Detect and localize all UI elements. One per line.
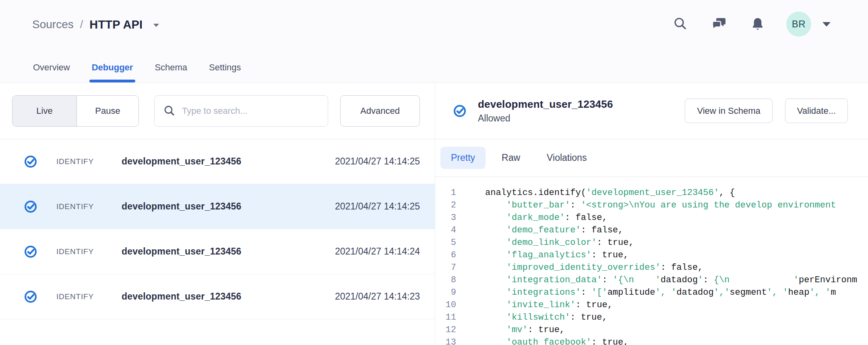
advanced-button[interactable]: Advanced (340, 95, 420, 127)
line-number: 11 (435, 311, 456, 324)
code-token: : true, (570, 312, 607, 322)
code-token: perEnvironm (799, 275, 857, 285)
code-text: 'butter_bar': '<strong>\nYou are using t… (485, 199, 836, 212)
bell-icon[interactable] (750, 16, 765, 32)
event-name: development_user_123456 (122, 246, 335, 257)
detail-tab-pretty[interactable]: Pretty (440, 147, 486, 169)
code-token: : (703, 275, 713, 285)
header-actions: BR (673, 10, 831, 38)
code-string-token: ',' (714, 288, 730, 298)
event-row[interactable]: IDENTIFY development_user_123456 2021/04… (0, 184, 435, 229)
tab-overview[interactable]: Overview (32, 53, 71, 82)
breadcrumb: Sources / HTTP API (32, 12, 159, 37)
code-token: m (831, 288, 836, 298)
code-token: , { (719, 188, 735, 198)
detail-tab-raw[interactable]: Raw (498, 147, 524, 169)
code-string-token: '[' (591, 288, 608, 298)
code-text: 'integration_data': '{\n 'datadog': {\n … (485, 274, 857, 286)
code-token: : true, (575, 300, 612, 310)
code-token (634, 275, 655, 285)
breadcrumb-current-source: HTTP API (89, 18, 143, 31)
pause-toggle-button[interactable]: Pause (77, 96, 138, 126)
code-token: : false, (661, 263, 703, 273)
search-box (154, 95, 328, 127)
code-token (485, 325, 506, 335)
tab-settings[interactable]: Settings (208, 53, 242, 82)
event-name: development_user_123456 (122, 201, 335, 212)
code-token: : true, (591, 337, 628, 345)
event-row[interactable]: IDENTIFY development_user_123456 2021/04… (0, 274, 435, 319)
source-tabs: OverviewDebuggerSchemaSettings (32, 53, 242, 82)
code-text: 'flag_analytics': true, (485, 249, 628, 261)
code-string-token: ' (698, 275, 703, 285)
code-string-token: 'invite_link' (506, 300, 576, 310)
code-token (485, 337, 506, 345)
search-input-icon (163, 105, 176, 117)
event-name: development_user_123456 (122, 291, 335, 302)
code-string-token: 'development_user_123456' (586, 188, 719, 198)
code-string-token: 'flag_analytics' (506, 250, 591, 260)
code-text: analytics.identify('development_user_123… (485, 187, 735, 199)
code-line: 5 'demo_link_color': true, (435, 236, 868, 249)
search-input[interactable] (182, 106, 328, 116)
search-icon[interactable] (673, 16, 688, 32)
app-header: Sources / HTTP API BR OverviewDebuggerSc… (0, 0, 868, 83)
code-string-token: ', ' (809, 288, 831, 298)
code-text: 'dark_mode': false, (485, 212, 608, 224)
validate-button[interactable]: Validate... (785, 99, 848, 123)
event-row[interactable]: IDENTIFY development_user_123456 2021/04… (0, 139, 435, 184)
code-string-token: 'oauth_facebook' (506, 337, 591, 345)
code-line: 7 'improved_identity_overrides': false, (435, 261, 868, 274)
line-number: 4 (435, 224, 456, 236)
code-string-token: 'butter_bar' (506, 200, 570, 210)
code-token: : (570, 200, 581, 210)
code-token: amplitude (608, 288, 655, 298)
avatar[interactable]: BR (786, 12, 811, 37)
event-timestamp: 2021/04/27 14:14:25 (335, 156, 420, 167)
code-line: 3 'dark_mode': false, (435, 212, 868, 224)
tab-label: Schema (155, 62, 187, 73)
code-string-token: ', ' (655, 288, 677, 298)
source-switcher-caret-icon[interactable] (153, 23, 159, 27)
tab-debugger[interactable]: Debugger (91, 53, 134, 82)
code-token: datadog (676, 288, 713, 298)
code-text: 'demo_link_color': true, (485, 236, 634, 249)
code-string-token: {\n (714, 275, 730, 285)
code-token (485, 250, 506, 260)
event-list: IDENTIFY development_user_123456 2021/04… (0, 139, 435, 319)
event-type: IDENTIFY (56, 157, 122, 166)
breadcrumb-sources-link[interactable]: Sources (32, 18, 74, 31)
detail-tab-violations[interactable]: Violations (543, 147, 591, 169)
list-controls: Live Pause Advanced (0, 83, 435, 139)
code-string-token: 'integration_data' (506, 275, 602, 285)
code-token (485, 200, 506, 210)
tab-label: Settings (209, 62, 241, 73)
detail-header: development_user_123456 Allowed View in … (435, 83, 868, 139)
tab-schema[interactable]: Schema (154, 53, 188, 82)
event-payload-code: 1 analytics.identify('development_user_1… (435, 177, 868, 345)
detail-view-tabs: PrettyRawViolations (435, 139, 868, 177)
line-number: 12 (435, 324, 456, 336)
event-timestamp: 2021/04/27 14:14:25 (335, 201, 420, 212)
chat-icon[interactable] (711, 16, 727, 32)
allowed-check-circle-icon (24, 245, 37, 259)
code-token: heap (788, 288, 810, 298)
code-line: 13 'oauth_facebook': true, (435, 336, 868, 345)
code-string-token: 'mv' (506, 325, 528, 335)
code-token (485, 275, 506, 285)
code-line: 9 'integrations': '['amplitude', 'datado… (435, 286, 868, 299)
allowed-check-circle-icon (24, 290, 37, 304)
event-row[interactable]: IDENTIFY development_user_123456 2021/04… (0, 229, 435, 274)
view-in-schema-button[interactable]: View in Schema (685, 99, 772, 123)
code-token: datadog (661, 275, 698, 285)
code-token (485, 238, 506, 248)
account-menu-caret-icon[interactable] (822, 21, 831, 27)
code-text: 'demo_feature': false, (485, 224, 623, 236)
live-toggle-button[interactable]: Live (12, 96, 77, 126)
code-token (485, 225, 506, 235)
code-token: : (581, 288, 591, 298)
event-name: development_user_123456 (122, 156, 335, 167)
code-token: segment (730, 288, 767, 298)
line-number: 5 (435, 236, 456, 249)
code-token: : false, (581, 225, 624, 235)
